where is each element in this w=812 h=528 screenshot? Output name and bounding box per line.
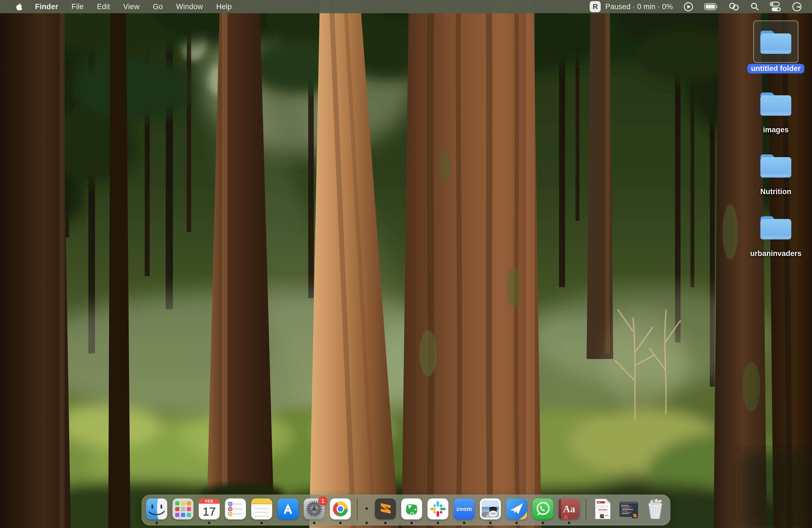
- running-indicator: [365, 522, 368, 524]
- running-indicator: [313, 522, 315, 524]
- tiny-app-icon: [365, 507, 368, 510]
- menu-item-go[interactable]: Go: [146, 0, 169, 13]
- dock-sublime-text[interactable]: [375, 498, 396, 519]
- running-indicator: [437, 522, 439, 524]
- dock-minimized-sublime-window[interactable]: [619, 498, 640, 519]
- dock-finder[interactable]: [146, 498, 168, 519]
- clock-icon[interactable]: [792, 2, 802, 12]
- desktop-icon-column: untitled folder images Nutrition: [743, 20, 809, 268]
- running-indicator: [260, 522, 263, 524]
- running-indicator: [516, 522, 518, 524]
- launchpad-icon: [173, 498, 193, 519]
- reminders-icon: [225, 498, 246, 519]
- notes-icon: [251, 498, 272, 519]
- dictionary-icon: Aa: [559, 498, 580, 519]
- apple-icon: [15, 2, 23, 11]
- recorder-badge: R: [590, 1, 601, 12]
- folder-frame: [753, 144, 798, 187]
- dock-pdf-document[interactable]: [592, 498, 613, 519]
- desktop-folder-untitled[interactable]: untitled folder: [743, 20, 809, 82]
- running-indicator: [489, 522, 492, 524]
- dock-launchpad[interactable]: [173, 498, 193, 519]
- running-indicator: [339, 522, 342, 524]
- app-store-icon: [278, 498, 299, 519]
- battery-icon[interactable]: [704, 3, 718, 10]
- desktop-folder-images[interactable]: images: [743, 82, 809, 144]
- dock-evernote[interactable]: [401, 498, 422, 519]
- dock-dictionary[interactable]: Aa: [559, 498, 580, 519]
- running-indicator: [568, 522, 570, 524]
- finder-icon: [146, 498, 168, 519]
- desktop: Finder File Edit View Go Window Help R P…: [0, 0, 812, 528]
- recorder-status[interactable]: R Paused · 0 min · 0%: [590, 1, 673, 12]
- dock-app-store[interactable]: [278, 498, 299, 519]
- dock-reminders[interactable]: [225, 498, 246, 519]
- menu-bar-status: R Paused · 0 min · 0%: [590, 0, 812, 13]
- forest-wallpaper: [0, 0, 812, 528]
- menu-item-edit[interactable]: Edit: [90, 0, 117, 13]
- minimized-window-icon: [619, 500, 639, 519]
- dock-preview[interactable]: [480, 498, 501, 519]
- play-circle-icon[interactable]: [683, 2, 694, 12]
- sublime-text-icon: [375, 498, 396, 519]
- menu-item-file[interactable]: File: [65, 0, 90, 13]
- dock-slack[interactable]: [427, 498, 449, 519]
- desktop-folder-urbaninvaders[interactable]: urbaninvaders: [743, 206, 809, 268]
- desktop-folder-nutrition[interactable]: Nutrition: [743, 144, 809, 206]
- menu-item-view[interactable]: View: [117, 0, 146, 13]
- folder-icon: [759, 151, 793, 179]
- zoom-wordmark: zoom: [456, 505, 472, 512]
- menu-bar-left: Finder File Edit View Go Window Help: [0, 0, 238, 13]
- spotlight-search-icon[interactable]: [750, 2, 759, 11]
- control-center-icon[interactable]: [770, 2, 781, 12]
- running-indicator: [541, 522, 544, 524]
- running-indicator: [156, 522, 158, 524]
- folder-label: urbaninvaders: [750, 249, 801, 258]
- menu-item-window[interactable]: Window: [170, 0, 209, 13]
- folder-icon: [759, 214, 793, 241]
- running-indicator: [384, 522, 387, 524]
- running-indicator: [208, 522, 211, 524]
- menu-item-help[interactable]: Help: [209, 0, 238, 13]
- recorder-status-text: Paused · 0 min · 0%: [605, 2, 673, 11]
- dock-system-settings[interactable]: 1: [304, 498, 325, 519]
- slack-icon: [427, 498, 449, 519]
- dock-unknown-tiny-app[interactable]: [364, 498, 370, 519]
- dock-trash[interactable]: [645, 498, 666, 519]
- dock-calendar[interactable]: FEB 17: [199, 498, 220, 519]
- spark-icon: [506, 498, 527, 519]
- menu-item-finder[interactable]: Finder: [28, 0, 65, 13]
- folder-icon: [759, 28, 793, 56]
- folder-frame: [753, 206, 798, 249]
- calendar-day: 17: [199, 504, 220, 519]
- chrome-icon: [330, 498, 351, 519]
- notification-badge: 1: [318, 496, 328, 505]
- folder-label: images: [763, 126, 788, 134]
- dock-chrome[interactable]: [330, 498, 351, 519]
- calendar-month: FEB: [199, 498, 220, 504]
- apple-menu[interactable]: [10, 0, 28, 13]
- folder-selection-frame: [753, 20, 798, 63]
- zoom-icon: zoom: [454, 498, 475, 519]
- dock-whatsapp[interactable]: [533, 498, 553, 519]
- dock-spark[interactable]: [506, 498, 527, 519]
- dock-separator: [357, 498, 358, 521]
- evernote-icon: [401, 498, 422, 519]
- dock: FEB 17: [142, 495, 671, 526]
- running-indicator: [410, 522, 413, 524]
- pdf-document-icon: [595, 498, 611, 519]
- whatsapp-icon: [533, 498, 553, 519]
- folder-frame: [753, 82, 798, 125]
- linked-devices-icon[interactable]: [728, 2, 740, 11]
- folder-label: untitled folder: [748, 64, 804, 73]
- dock-notes[interactable]: [251, 498, 272, 519]
- trash-full-icon: [646, 498, 665, 519]
- folder-label: Nutrition: [760, 188, 791, 196]
- folder-icon: [759, 90, 793, 117]
- menu-bar: Finder File Edit View Go Window Help R P…: [0, 0, 812, 13]
- dock-zoom[interactable]: zoom: [454, 498, 475, 519]
- dictionary-aa-label: Aa: [563, 503, 575, 515]
- calendar-icon: FEB 17: [199, 498, 220, 519]
- preview-icon: [480, 498, 501, 519]
- dock-separator: [585, 498, 586, 521]
